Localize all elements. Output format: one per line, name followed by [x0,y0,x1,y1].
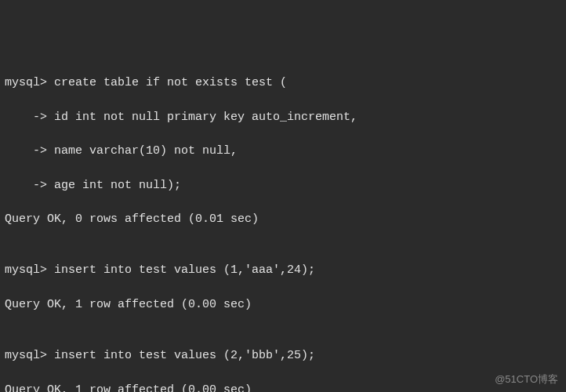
watermark-text: @51CTO博客 [495,372,558,387]
query-result: Query OK, 0 rows affected (0.01 sec) [5,211,561,228]
terminal-line: mysql> create table if not exists test ( [5,74,561,92]
terminal-line: -> name varchar(10) not null, [5,143,561,160]
terminal-line: mysql> insert into test values (2,'bbb',… [5,347,561,365]
terminal-line: mysql> insert into test values (1,'aaa',… [5,262,561,279]
terminal-line: -> age int not null); [5,177,561,194]
terminal-line: -> id int not null primary key auto_incr… [5,109,561,126]
query-result: Query OK, 1 row affected (0.00 sec) [5,296,561,314]
query-result: Query OK, 1 row affected (0.00 sec) [5,382,561,393]
